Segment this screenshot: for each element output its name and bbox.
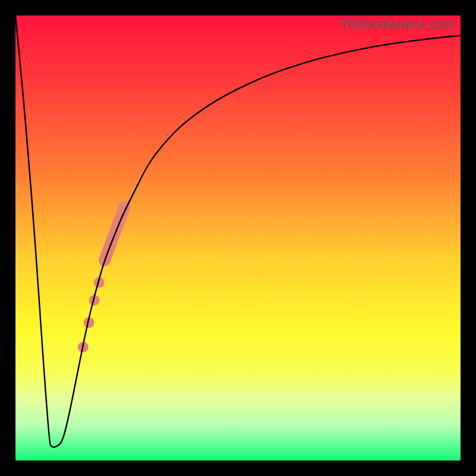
- plot-svg: [15, 15, 461, 461]
- background-gradient: [15, 15, 461, 461]
- chart-frame: TheBottleneck.com: [0, 0, 476, 476]
- watermark-text: TheBottleneck.com: [340, 17, 455, 32]
- plot-area: TheBottleneck.com: [15, 15, 461, 461]
